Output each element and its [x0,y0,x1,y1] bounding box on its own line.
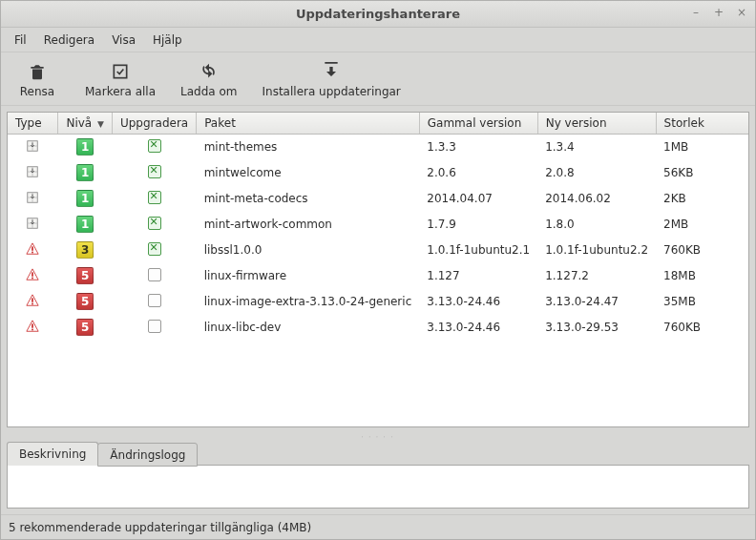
new-version: 1.127.2 [537,263,656,289]
details-panel: Beskrivning Ändringslogg [7,441,749,509]
size: 35MB [656,289,748,315]
table-row[interactable]: 5linux-libc-dev3.13.0-24.463.13.0-29.537… [8,315,748,341]
new-version: 2014.06.02 [537,186,656,212]
package-update-icon [8,186,58,212]
toolbar-selectall-button[interactable]: Markera alla [81,59,159,100]
table-row[interactable]: 1mintwelcome2.0.62.0.856KB [8,160,748,186]
minimize-button[interactable]: – [688,5,704,20]
package-name: mint-meta-codecs [197,186,420,212]
upgrade-checkbox[interactable] [148,217,161,230]
tab-changelog[interactable]: Ändringslogg [97,443,198,467]
old-version: 1.3.3 [419,135,537,160]
size: 56KB [656,160,748,186]
upgrade-checkbox[interactable] [148,191,161,204]
security-update-icon [8,263,58,289]
toolbar: Rensa Markera alla Ladda om Installera u… [1,52,755,106]
svg-rect-10 [32,277,34,279]
menu-bar: Fil Redigera Visa Hjälp [1,28,755,52]
toolbar-reload-label: Ladda om [180,85,237,98]
package-name: mintwelcome [197,160,420,186]
col-size[interactable]: Storlek [656,113,748,135]
new-version: 3.13.0-29.53 [537,315,656,341]
upgrade-checkbox-cell [112,238,196,263]
menu-view[interactable]: Visa [104,30,143,51]
updates-table: Type Nivå ▼ Uppgradera Paket Gammal vers… [8,113,748,341]
toolbar-clear-label: Rensa [20,85,54,98]
size: 2KB [656,186,748,212]
col-level[interactable]: Nivå ▼ [58,113,113,135]
toolbar-selectall-label: Markera alla [85,85,156,98]
package-name: linux-image-extra-3.13.0-24-generic [197,289,420,315]
size: 1MB [656,135,748,160]
col-level-label: Nivå [66,116,92,130]
upgrade-checkbox[interactable] [148,139,161,153]
table-row[interactable]: 1mint-meta-codecs2014.04.072014.06.022KB [8,186,748,212]
title-bar: Uppdateringshanterare – + × [1,1,755,28]
col-old[interactable]: Gammal version [419,113,537,135]
upgrade-checkbox[interactable] [148,165,161,178]
menu-edit[interactable]: Redigera [36,30,102,51]
menu-file[interactable]: Fil [7,30,34,51]
menu-help[interactable]: Hjälp [145,30,190,51]
app-window: Uppdateringshanterare – + × Fil Redigera… [0,0,756,540]
svg-rect-15 [32,323,34,327]
old-version: 1.127 [419,263,537,289]
level-badge: 1 [58,135,113,160]
install-icon [322,61,341,82]
col-upgrade[interactable]: Uppgradera [112,113,196,135]
table-row[interactable]: 1mint-artwork-common1.7.91.8.02MB [8,212,748,238]
level-badge: 1 [58,212,113,238]
table-row[interactable]: 5linux-firmware1.1271.127.218MB [8,263,748,289]
package-update-icon [8,135,58,160]
upgrade-checkbox[interactable] [148,268,161,281]
updates-table-wrapper[interactable]: Type Nivå ▼ Uppgradera Paket Gammal vers… [7,112,749,427]
tab-description[interactable]: Beskrivning [7,442,98,466]
new-version: 3.13.0-24.47 [537,289,656,315]
pane-resizer[interactable]: · · · · · [1,433,755,441]
package-name: linux-firmware [197,263,420,289]
reload-icon [200,61,219,82]
level-badge: 5 [58,315,113,341]
old-version: 3.13.0-24.46 [419,315,537,341]
maximize-button[interactable]: + [711,5,726,20]
toolbar-reload-button[interactable]: Ladda om [177,59,241,100]
upgrade-checkbox-cell [112,315,196,341]
table-body: 1mint-themes1.3.31.3.41MB1mintwelcome2.0… [8,135,748,341]
upgrade-checkbox-cell [112,135,196,160]
upgrade-checkbox[interactable] [148,242,161,256]
package-name: mint-themes [197,135,420,160]
table-header: Type Nivå ▼ Uppgradera Paket Gammal vers… [8,113,748,135]
package-name: libssl1.0.0 [197,238,420,263]
col-new[interactable]: Ny version [537,113,656,135]
upgrade-checkbox-cell [112,263,196,289]
window-title: Uppdateringshanterare [296,7,460,21]
package-name: mint-artwork-common [197,212,420,238]
svg-rect-6 [32,246,34,250]
size: 760KB [656,315,748,341]
close-button[interactable]: × [734,5,749,20]
new-version: 2.0.8 [537,160,656,186]
upgrade-checkbox[interactable] [148,294,161,307]
select-all-icon [111,61,130,82]
table-row[interactable]: 3libssl1.0.01.0.1f-1ubuntu2.11.0.1f-1ubu… [8,238,748,263]
toolbar-install-button[interactable]: Installera uppdateringar [259,59,405,100]
upgrade-checkbox-cell [112,212,196,238]
col-package[interactable]: Paket [197,113,420,135]
new-version: 1.0.1f-1ubuntu2.2 [537,238,656,263]
level-badge: 5 [58,263,113,289]
new-version: 1.3.4 [537,135,656,160]
level-badge: 3 [58,238,113,263]
description-box[interactable] [7,465,749,509]
upgrade-checkbox-cell [112,186,196,212]
window-controls: – + × [688,5,749,20]
level-badge: 1 [58,186,113,212]
upgrade-checkbox[interactable] [148,320,161,333]
table-row[interactable]: 1mint-themes1.3.31.3.41MB [8,135,748,160]
toolbar-clear-button[interactable]: Rensa [10,59,64,100]
details-tabs: Beskrivning Ändringslogg [7,442,749,466]
size: 18MB [656,263,748,289]
col-type[interactable]: Type [8,113,58,135]
svg-rect-12 [32,298,34,301]
level-badge: 1 [58,160,113,186]
table-row[interactable]: 5linux-image-extra-3.13.0-24-generic3.13… [8,289,748,315]
